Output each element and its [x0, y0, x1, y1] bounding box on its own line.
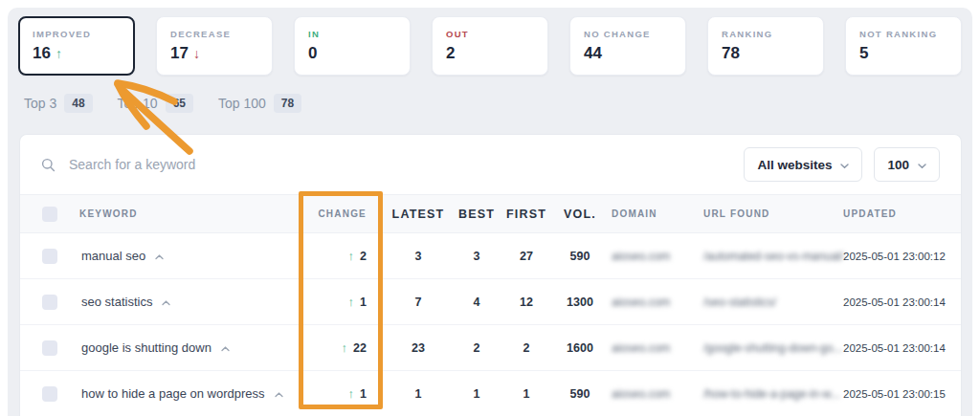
- chevron-up-icon: [162, 300, 170, 306]
- stat-card-label: NO CHANGE: [584, 29, 672, 39]
- rank-filter-tab[interactable]: Top 100 78: [218, 94, 301, 113]
- first-value: 12: [501, 296, 552, 309]
- chevron-down-icon: [918, 158, 926, 172]
- best-value: 2: [453, 341, 501, 355]
- latest-value: 1: [384, 387, 453, 401]
- stat-card-value: 44: [584, 44, 672, 63]
- page-size-dropdown[interactable]: 100: [874, 147, 940, 182]
- table-toolbar: All websites 100: [20, 135, 961, 194]
- stat-card-number: 2: [446, 44, 455, 63]
- stat-card-label: OUT: [446, 29, 534, 39]
- website-filter-dropdown[interactable]: All websites: [744, 147, 862, 182]
- stat-card-number: 44: [584, 44, 602, 63]
- stat-card-label: NOT RANKING: [859, 29, 947, 39]
- select-all-checkbox[interactable]: [42, 207, 57, 222]
- change-value: 22: [353, 341, 367, 355]
- column-header-vol: VOL.: [552, 208, 608, 221]
- stat-card-value: 0: [308, 44, 396, 63]
- keyword-cell[interactable]: seo statistics: [79, 295, 300, 309]
- first-value: 1: [501, 387, 552, 401]
- latest-value: 7: [384, 296, 453, 309]
- tab-count-badge: 65: [166, 94, 193, 113]
- change-cell: ↑ 2: [300, 249, 384, 263]
- keyword-cell[interactable]: how to hide a page on wordpress: [79, 386, 300, 401]
- keyword-table-panel: All websites 100 KEYWORD CHANGE LATEST B…: [19, 134, 962, 416]
- table-row: how to hide a page on wordpress ↑ 1 1 1 …: [20, 371, 961, 416]
- keyword-text: google is shutting down: [81, 340, 212, 355]
- domain-value: aioseo.com: [608, 296, 700, 309]
- tab-label: Top 10: [118, 96, 158, 111]
- website-filter-value: All websites: [757, 158, 832, 172]
- tab-label: Top 100: [218, 96, 266, 111]
- rank-filter-tab[interactable]: Top 10 65: [118, 94, 193, 113]
- row-checkbox[interactable]: [42, 249, 57, 264]
- url-found-value: /google-shutting-down-go...: [700, 341, 843, 355]
- stat-card[interactable]: DECREASE 17 ↓: [156, 16, 273, 76]
- stat-card[interactable]: NO CHANGE 44: [569, 16, 686, 76]
- volume-value: 1300: [552, 296, 608, 309]
- chevron-up-icon: [275, 392, 283, 398]
- column-header-domain: DOMAIN: [608, 208, 700, 219]
- stat-card-number: 78: [722, 44, 740, 63]
- down-arrow-icon: ↓: [193, 47, 200, 60]
- best-value: 3: [453, 250, 501, 263]
- stat-card[interactable]: IN 0: [294, 16, 411, 76]
- up-arrow-icon: ↑: [348, 386, 355, 401]
- keyword-cell[interactable]: manual seo: [79, 249, 300, 263]
- stat-card-value: 2: [446, 44, 534, 63]
- row-checkbox[interactable]: [42, 295, 57, 310]
- updated-timestamp: 2025-05-01 23:00:12: [843, 251, 961, 262]
- url-found-value: /how-to-hide-a-page-in-w...: [700, 387, 843, 401]
- first-value: 2: [501, 341, 552, 355]
- domain-value: aioseo.com: [608, 341, 700, 355]
- keyword-text: how to hide a page on wordpress: [81, 386, 265, 401]
- keyword-text: seo statistics: [81, 295, 152, 309]
- column-header-keyword: KEYWORD: [79, 208, 300, 219]
- stat-card-number: 16: [33, 44, 51, 63]
- change-value: 1: [360, 296, 367, 309]
- latest-value: 3: [384, 250, 453, 263]
- first-value: 27: [501, 250, 552, 263]
- stat-card-number: 0: [308, 44, 317, 63]
- change-cell: ↑ 1: [300, 386, 384, 401]
- table-row: google is shutting down ↑ 22 23 2 2 1600…: [20, 325, 961, 371]
- column-header-updated: UPDATED: [843, 208, 961, 219]
- chevron-up-icon: [221, 346, 230, 352]
- tab-label: Top 3: [24, 96, 56, 111]
- up-arrow-icon: ↑: [348, 295, 355, 309]
- stat-cards-row: IMPROVED 16 ↑ DECREASE 17 ↓ IN: [18, 16, 962, 76]
- updated-timestamp: 2025-05-01 23:00:15: [843, 388, 961, 400]
- column-header-latest: LATEST: [384, 208, 453, 221]
- search-input[interactable]: [67, 156, 732, 173]
- change-cell: ↑ 22: [300, 340, 384, 355]
- stat-card-value: 17 ↓: [170, 44, 258, 63]
- change-value: 1: [360, 387, 367, 401]
- stat-card[interactable]: RANKING 78: [707, 16, 824, 76]
- tab-count-badge: 78: [274, 94, 301, 113]
- stat-card-value: 16 ↑: [33, 44, 121, 63]
- page-size-value: 100: [887, 158, 909, 172]
- updated-timestamp: 2025-05-01 23:00:14: [843, 342, 961, 354]
- column-header-url: URL FOUND: [700, 208, 843, 219]
- stat-card-value: 78: [722, 44, 810, 63]
- best-value: 4: [453, 296, 501, 309]
- keyword-cell[interactable]: google is shutting down: [79, 340, 300, 355]
- rank-filter-tab[interactable]: Top 3 48: [24, 94, 93, 113]
- url-found-value: /automated-seo-vs-manual/: [700, 250, 843, 263]
- row-checkbox[interactable]: [42, 386, 57, 402]
- up-arrow-icon: ↑: [342, 340, 348, 355]
- change-value: 2: [360, 250, 367, 263]
- row-checkbox[interactable]: [42, 340, 57, 356]
- up-arrow-icon: ↑: [56, 47, 62, 60]
- column-header-change: CHANGE: [300, 208, 384, 219]
- domain-value: aioseo.com: [608, 250, 700, 263]
- chevron-down-icon: [840, 158, 849, 172]
- stat-card[interactable]: OUT 2: [432, 16, 548, 76]
- change-cell: ↑ 1: [300, 295, 384, 309]
- stat-card-label: DECREASE: [170, 29, 258, 39]
- column-header-best: BEST: [453, 208, 501, 221]
- column-header-first: FIRST: [501, 208, 552, 221]
- stat-card[interactable]: NOT RANKING 5: [845, 16, 962, 76]
- table-row: manual seo ↑ 2 3 3 27 590 aioseo.com /au…: [20, 233, 961, 279]
- stat-card[interactable]: IMPROVED 16 ↑: [18, 16, 135, 76]
